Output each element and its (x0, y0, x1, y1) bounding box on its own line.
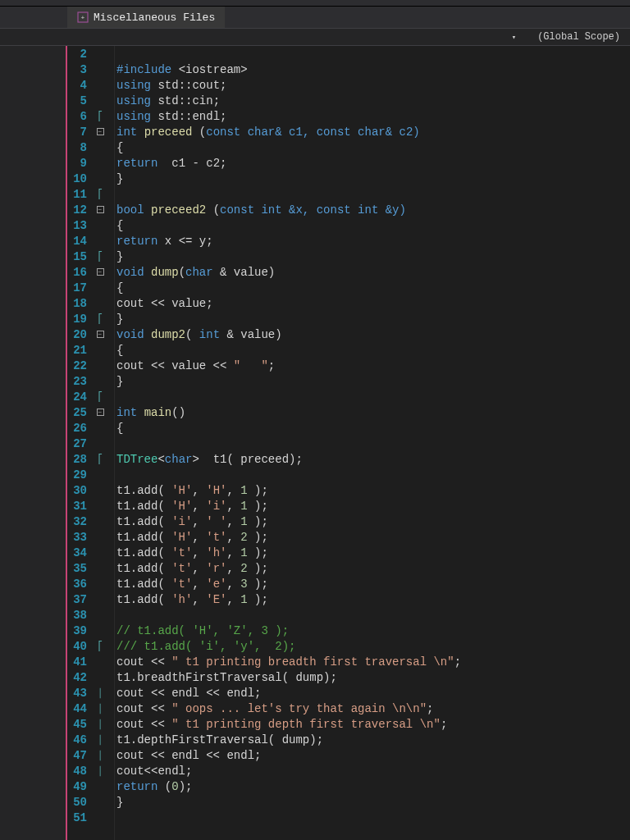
code-line[interactable]: return (0); (115, 778, 630, 794)
code-line[interactable]: return c1 - c2; (115, 155, 630, 171)
line-number: 15 (67, 250, 90, 263)
line-number: 24 (67, 390, 90, 404)
gutter-row: 7− (67, 124, 114, 139)
scope-dropdown-left-icon[interactable]: ▾ (512, 33, 516, 42)
code-line[interactable]: using std::cout; (115, 77, 630, 93)
code-line[interactable]: } (115, 311, 630, 326)
code-line[interactable]: t1.add( 'h', 'E', 1 ); (115, 591, 630, 607)
gutter-row: 18 (67, 295, 114, 311)
line-number: 25 (67, 406, 90, 419)
code-line[interactable]: t1.add( 't', 'r', 2 ); (115, 560, 630, 576)
top-toolbar (0, 0, 630, 7)
gutter-row: 15⎡ (67, 249, 114, 264)
code-line[interactable]: t1.add( 'H', 't', 2 ); (115, 529, 630, 545)
code-line[interactable]: cout << " oops ... let's try that again … (115, 701, 630, 716)
code-line[interactable]: bool preceed2 (const int &x, const int &… (115, 202, 630, 217)
gutter-row: 42 (67, 669, 114, 685)
line-number: 39 (67, 624, 90, 637)
scope-dropdown[interactable]: (Global Scope) (532, 31, 625, 43)
code-line[interactable]: return x <= y; (115, 233, 630, 249)
code-line[interactable] (115, 436, 630, 451)
line-number: 33 (67, 531, 90, 544)
code-line[interactable]: #include <iostream> (115, 62, 630, 77)
code-line[interactable]: { (115, 342, 630, 358)
code-line[interactable]: } (115, 373, 630, 389)
code-line[interactable]: // t1.add( 'H', 'Z', 3 ); (115, 623, 630, 638)
code-line[interactable] (115, 389, 630, 404)
code-line[interactable]: void dump2( int & value) (115, 326, 630, 342)
line-number: 51 (67, 811, 90, 824)
fold-toggle-icon[interactable]: − (97, 128, 104, 135)
bracket-mark-icon: ⎡ (98, 111, 103, 121)
line-number: 37 (67, 593, 90, 606)
code-line[interactable]: TDTree<char> t1( preceed); (115, 451, 630, 467)
fold-toggle-icon[interactable]: − (97, 331, 104, 338)
code-line[interactable]: cout<<endl; (115, 763, 630, 778)
fold-toggle-icon[interactable]: − (97, 409, 104, 416)
code-line[interactable]: using std::cin; (115, 93, 630, 108)
code-line[interactable]: { (115, 280, 630, 295)
bracket-mark-icon: │ (98, 688, 103, 698)
line-number: 22 (67, 359, 90, 372)
code-line[interactable]: int main() (115, 404, 630, 420)
line-number: 42 (67, 671, 90, 684)
line-number: 23 (67, 375, 90, 388)
gutter-row: 29 (67, 467, 114, 482)
fold-column: │ (90, 719, 110, 729)
code-line[interactable]: /// t1.add( 'i', 'y', 2); (115, 638, 630, 654)
fold-column: − (90, 128, 110, 135)
tab-bar: + Miscellaneous Files (0, 7, 630, 28)
code-line[interactable]: t1.breadthFirstTraversal( dump); (115, 669, 630, 685)
gutter-row: 3 (67, 62, 114, 77)
fold-column: ⎡ (90, 641, 110, 651)
fold-toggle-icon[interactable]: − (97, 268, 104, 276)
code-line[interactable]: void dump(char & value) (115, 264, 630, 280)
code-line[interactable]: cout << value << " "; (115, 358, 630, 373)
code-line[interactable]: t1.add( 'i', ' ', 1 ); (115, 514, 630, 529)
code-line[interactable]: t1.add( 'H', 'i', 1 ); (115, 498, 630, 514)
gutter-row: 11⎡ (67, 186, 114, 202)
gutter-row: 48│ (67, 763, 114, 778)
bracket-mark-icon: ⎡ (98, 189, 103, 199)
gutter-row: 22 (67, 358, 114, 373)
line-number: 12 (67, 203, 90, 217)
code-line[interactable]: { (115, 217, 630, 233)
code-line[interactable]: cout << " t1 printing breadth first trav… (115, 654, 630, 669)
code-line[interactable]: int preceed (const char& c1, const char&… (115, 124, 630, 139)
line-number: 36 (67, 578, 90, 591)
code-line[interactable]: cout << endl << endl; (115, 747, 630, 763)
code-line[interactable] (115, 607, 630, 623)
bracket-mark-icon: ⎡ (98, 391, 103, 402)
fold-column: ⎡ (90, 111, 110, 121)
code-line[interactable]: { (115, 420, 630, 436)
line-number: 41 (67, 655, 90, 669)
code-line[interactable]: t1.add( 't', 'e', 3 ); (115, 576, 630, 591)
code-line[interactable]: using std::endl; (115, 108, 630, 124)
code-line[interactable] (115, 186, 630, 202)
fold-toggle-icon[interactable]: − (97, 206, 104, 213)
code-area[interactable]: #include <iostream> using std::cout; usi… (115, 46, 630, 840)
line-number: 16 (67, 266, 90, 279)
gutter-row: 10 (67, 171, 114, 186)
code-line[interactable] (115, 467, 630, 482)
tab-misc-files[interactable]: + Miscellaneous Files (67, 7, 225, 28)
code-line[interactable]: } (115, 249, 630, 264)
code-line[interactable] (115, 810, 630, 825)
editor: 23456⎡7−891011⎡12−131415⎡16−171819⎡20−21… (0, 46, 630, 840)
gutter-row: 49 (67, 778, 114, 794)
gutter-row: 13 (67, 217, 114, 233)
code-line[interactable]: t1.depthFirstTraversal( dump); (115, 732, 630, 747)
gutter: 23456⎡7−891011⎡12−131415⎡16−171819⎡20−21… (67, 46, 115, 840)
line-number: 38 (67, 609, 90, 622)
code-line[interactable]: t1.add( 'H', 'H', 1 ); (115, 482, 630, 498)
line-number: 14 (67, 235, 90, 248)
code-line[interactable]: { (115, 139, 630, 155)
code-line[interactable]: cout << value; (115, 295, 630, 311)
code-line[interactable]: cout << endl << endl; (115, 685, 630, 701)
code-line[interactable]: t1.add( 't', 'h', 1 ); (115, 545, 630, 560)
fold-column: − (90, 206, 110, 213)
code-line[interactable]: } (115, 794, 630, 810)
code-line[interactable]: } (115, 171, 630, 186)
code-line[interactable] (115, 46, 630, 62)
code-line[interactable]: cout << " t1 printing depth first traver… (115, 716, 630, 732)
